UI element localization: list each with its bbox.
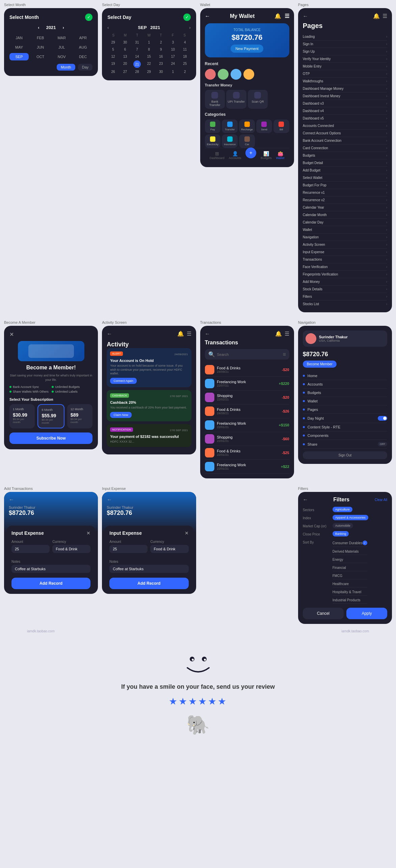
wallet-back-icon[interactable]: ← <box>205 13 210 19</box>
activity-menu-icon[interactable]: ☰ <box>187 331 191 337</box>
day-27[interactable]: 27 <box>120 69 131 75</box>
day-12[interactable]: 12 <box>107 53 118 60</box>
wallet-menu-icon[interactable]: ☰ <box>285 13 289 19</box>
page-signup[interactable]: Sign Up› <box>303 48 387 55</box>
day-19[interactable]: 19 <box>107 60 118 68</box>
nav-dashboard[interactable]: ⊞ Dashboard <box>210 151 225 160</box>
page-filters[interactable]: Filters› <box>303 293 387 300</box>
cal-prev[interactable]: ‹ <box>107 25 109 30</box>
page-connect-opts[interactable]: Connect Account Options› <box>303 130 387 137</box>
page-stocks-list[interactable]: Stocks List› <box>303 300 387 308</box>
month-may[interactable]: MAY <box>9 44 29 51</box>
page-verify[interactable]: Verify Your Identity› <box>303 55 387 63</box>
page-dash-invest[interactable]: Dashboard Invest Money› <box>303 93 387 100</box>
day-13[interactable]: 13 <box>120 53 131 60</box>
day-6[interactable]: 6 <box>120 46 131 53</box>
day-29b[interactable]: 29 <box>143 69 155 75</box>
notes-input[interactable] <box>11 565 90 573</box>
filter-cancel-btn[interactable]: Cancel <box>303 608 344 619</box>
page-card-conn[interactable]: Card Connection› <box>303 144 387 152</box>
stars-display[interactable]: ★★★★★★ <box>7 696 389 707</box>
close-btn[interactable]: ✕ <box>9 331 93 338</box>
plan-6month[interactable]: 6 Month $55.99 $9.94 per month <box>37 404 64 428</box>
avatar-4[interactable] <box>243 69 254 80</box>
page-dash-v5[interactable]: Dashboard v5› <box>303 115 387 122</box>
page-budget-pop[interactable]: Budget For Pop› <box>303 182 387 189</box>
month-oct[interactable]: OCT <box>31 53 50 60</box>
trans-menu-icon[interactable]: ☰ <box>285 331 289 337</box>
activity-bell-icon[interactable]: 🔔 <box>177 331 184 337</box>
day-22[interactable]: 22 <box>143 60 155 68</box>
page-recur-v1[interactable]: Recurrence v1› <box>303 189 387 196</box>
page-bank-conn[interactable]: Bank Account Connection› <box>303 137 387 144</box>
day-23[interactable]: 23 <box>155 60 166 68</box>
page-cal-year[interactable]: Calendar Year› <box>303 204 387 211</box>
nav-accounts[interactable]: 👤 Accounts <box>229 151 241 160</box>
transfer-upi[interactable]: UPI Transfer <box>226 90 246 109</box>
page-activity[interactable]: Activity Screen› <box>303 241 387 248</box>
page-fingerprint[interactable]: Fingerprints Verification› <box>303 271 387 278</box>
day-30a[interactable]: 30 <box>120 39 131 46</box>
page-face-verify[interactable]: Face Verification› <box>303 263 387 271</box>
page-dash-v4[interactable]: Dashboard v4› <box>303 107 387 115</box>
month-check-icon[interactable]: ✓ <box>85 14 93 21</box>
rtag-consumer[interactable]: Consumer Durables ✓ <box>333 539 367 547</box>
page-recur-v2[interactable]: Recurrence v2› <box>303 196 387 204</box>
month-jun[interactable]: JUN <box>31 44 50 51</box>
day-14[interactable]: 14 <box>131 53 142 60</box>
day-29a[interactable]: 29 <box>107 39 118 46</box>
page-select-wallet[interactable]: Select Wallet› <box>303 174 387 182</box>
day-check-icon[interactable]: ✓ <box>183 14 191 21</box>
subscribe-btn[interactable]: Subscribe Now <box>9 432 93 444</box>
menu-accounts[interactable]: Accounts <box>303 380 387 389</box>
page-mobile[interactable]: Mobile Entry› <box>303 63 387 70</box>
cat-transfer[interactable]: Transfer <box>222 120 238 133</box>
cat-car[interactable]: Car <box>239 134 255 148</box>
filter-icon[interactable]: ≡ <box>283 351 286 358</box>
day-28[interactable]: 28 <box>131 69 142 75</box>
tag-automobile[interactable]: Automobile <box>333 523 353 528</box>
month-jul[interactable]: JUL <box>52 44 71 51</box>
month-feb[interactable]: FEB <box>31 34 50 42</box>
rtag-financial[interactable]: Financial <box>333 564 367 571</box>
month-apr[interactable]: APR <box>73 34 93 42</box>
menu-home[interactable]: Home <box>303 372 387 380</box>
menu-day-night[interactable]: Day Night <box>303 414 387 423</box>
plan-12month[interactable]: 12 Month $89 $9.94 per month <box>67 404 93 428</box>
day-30b[interactable]: 30 <box>155 69 166 75</box>
day-20[interactable]: 20 <box>120 60 131 68</box>
tag-apparel[interactable]: Apparel & Accessories <box>333 515 368 520</box>
cat-electricity[interactable]: Electricity <box>205 134 221 148</box>
page-dash-manage[interactable]: Dashboard Manage Money› <box>303 85 387 93</box>
day-7[interactable]: 7 <box>131 46 142 53</box>
page-signin[interactable]: Sign In› <box>303 41 387 48</box>
day-9[interactable]: 9 <box>155 46 166 53</box>
page-budgets[interactable]: Budgets› <box>303 152 387 159</box>
rtag-hospitality[interactable]: Hospitality & Travel <box>333 589 367 596</box>
plan-1month[interactable]: 1 Month $30.99 $9.94 per month <box>9 404 35 428</box>
day-26[interactable]: 26 <box>107 69 118 75</box>
page-stock-details[interactable]: Stock Details› <box>303 286 387 293</box>
day-toggle-btn[interactable]: Day <box>78 64 93 71</box>
connect-again-btn[interactable]: Connect Again <box>110 378 137 384</box>
sign-out-btn[interactable]: Sign Out <box>303 451 387 459</box>
cal-next[interactable]: › <box>189 25 190 30</box>
month-toggle-btn[interactable]: Month <box>57 64 75 71</box>
day-25[interactable]: 25 <box>179 60 190 68</box>
menu-wallet[interactable]: Wallet <box>303 397 387 405</box>
day-18[interactable]: 18 <box>179 53 190 60</box>
input-add-record-btn[interactable]: Add Record <box>109 578 188 589</box>
day-10[interactable]: 10 <box>167 46 179 53</box>
day-2b[interactable]: 2 <box>179 69 190 75</box>
day-5[interactable]: 5 <box>107 46 118 53</box>
become-member-nav-btn[interactable]: Become Member <box>303 361 337 368</box>
avatar-2[interactable] <box>218 69 229 80</box>
menu-content-style[interactable]: Content Style - RTE <box>303 423 387 431</box>
input-amount-input[interactable] <box>109 545 148 553</box>
pages-back-icon[interactable]: ← <box>303 13 308 19</box>
month-aug[interactable]: AUG <box>73 44 93 51</box>
tag-banking[interactable]: Banking <box>333 531 349 536</box>
rtag-energy[interactable]: Energy <box>333 556 367 563</box>
clear-all-btn[interactable]: Clear All <box>375 498 387 502</box>
transfer-qr[interactable]: Scan QR <box>248 90 268 109</box>
